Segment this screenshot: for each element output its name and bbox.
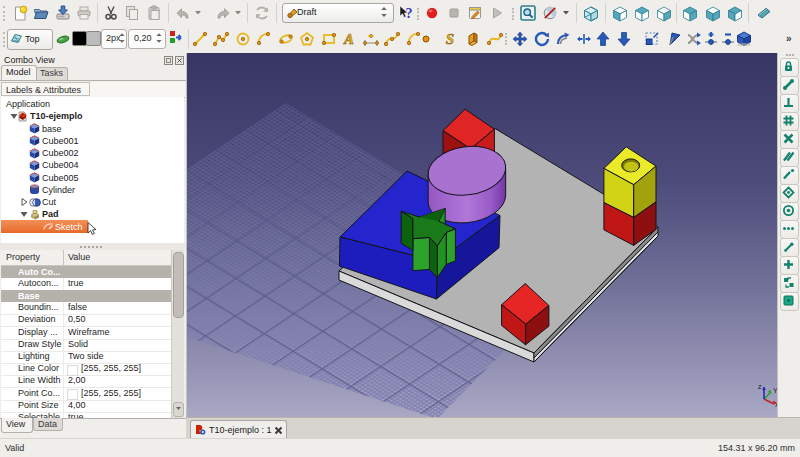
svg-text:z: z <box>758 383 762 390</box>
svg-text:A: A <box>343 31 354 47</box>
svg-text:?: ? <box>406 6 413 21</box>
svg-text:S: S <box>446 31 454 47</box>
